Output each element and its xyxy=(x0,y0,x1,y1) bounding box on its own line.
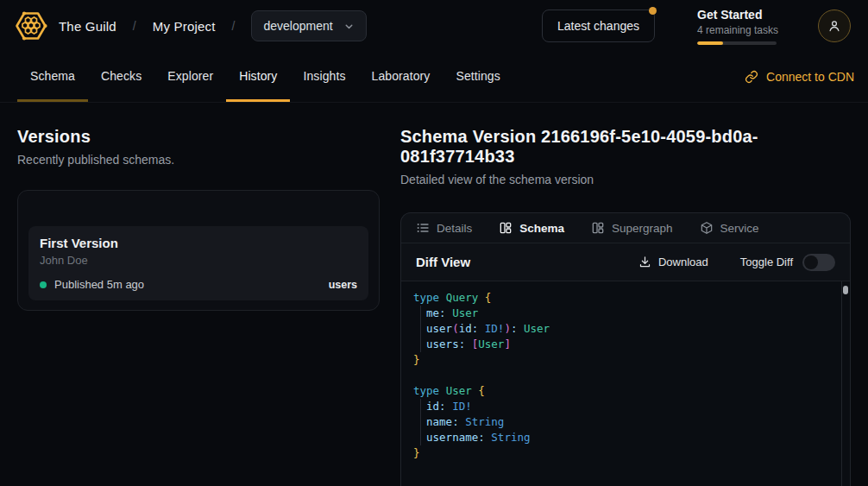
nav-tab-explorer[interactable]: Explorer xyxy=(154,52,226,102)
versions-subtitle: Recently published schemas. xyxy=(17,153,380,167)
environment-select-value: development xyxy=(263,19,332,33)
progress-fill xyxy=(697,41,723,45)
download-label: Download xyxy=(658,256,708,268)
environment-select[interactable]: development xyxy=(251,10,366,41)
version-name: First Version xyxy=(40,236,357,250)
breadcrumb: The Guild / My Project / development xyxy=(59,10,367,41)
toggle-diff-switch[interactable] xyxy=(802,254,835,271)
code-line: type Query { xyxy=(413,290,831,306)
version-detail-panel: Schema Version 2166196f-5e10-4059-bd0a-0… xyxy=(400,103,851,486)
code-block: type Query {me: Useruser(id: ID!): Useru… xyxy=(413,290,831,461)
version-status-row: Published 5m ago users xyxy=(40,278,357,291)
diff-view-title: Diff View xyxy=(416,255,470,269)
version-status-text: Published 5m ago xyxy=(54,278,144,291)
nav-tab-insights[interactable]: Insights xyxy=(290,52,358,102)
get-started-subtitle: 4 remaining tasks xyxy=(697,24,777,36)
nav-tab-schema[interactable]: Schema xyxy=(17,52,88,102)
get-started-title: Get Started xyxy=(697,8,777,22)
code-line: username: String xyxy=(413,430,831,445)
columns-icon xyxy=(499,221,513,235)
versions-panel: Versions Recently published schemas. Fir… xyxy=(17,103,380,311)
detail-subtitle: Detailed view of the schema version xyxy=(400,173,851,186)
version-service-name: users xyxy=(329,279,357,291)
switch-knob xyxy=(804,256,818,269)
cube-icon xyxy=(700,221,714,235)
breadcrumb-org[interactable]: The Guild xyxy=(59,19,116,34)
columns-icon xyxy=(591,221,605,235)
code-line xyxy=(413,368,831,383)
code-scrollbar[interactable] xyxy=(841,281,850,486)
tab-supergraph[interactable]: Supergraph xyxy=(591,221,673,235)
get-started-widget[interactable]: Get Started 4 remaining tasks xyxy=(697,8,777,45)
toggle-diff-label: Toggle Diff xyxy=(740,256,793,268)
notification-dot xyxy=(649,7,657,15)
breadcrumb-project[interactable]: My Project xyxy=(153,19,216,34)
tab-supergraph-label: Supergraph xyxy=(612,222,673,235)
nav-tab-settings[interactable]: Settings xyxy=(443,52,513,102)
code-line: users: [User] xyxy=(413,337,831,352)
latest-changes-label: Latest changes xyxy=(557,19,639,33)
list-icon xyxy=(416,221,430,235)
topbar-right: Latest changes Get Started 4 remaining t… xyxy=(542,8,851,45)
user-avatar[interactable] xyxy=(818,9,851,42)
code-line: } xyxy=(413,352,831,368)
latest-changes-button[interactable]: Latest changes xyxy=(542,9,655,42)
detail-tabs: Details Schema Sup xyxy=(401,213,850,243)
published-status-dot xyxy=(40,281,47,288)
topbar: The Guild / My Project / development Lat… xyxy=(0,0,868,52)
detail-title: Schema Version 2166196f-5e10-4059-bd0a-0… xyxy=(400,127,851,167)
versions-title: Versions xyxy=(17,127,380,147)
main-content: Versions Recently published schemas. Fir… xyxy=(0,103,868,486)
download-icon xyxy=(638,256,651,268)
tab-details[interactable]: Details xyxy=(416,221,472,235)
connect-to-cdn-label: Connect to CDN xyxy=(766,70,854,84)
code-line: id: ID! xyxy=(413,399,831,414)
tab-service[interactable]: Service xyxy=(700,221,759,235)
version-author: John Doe xyxy=(40,254,357,267)
version-list-item[interactable]: First Version John Doe Published 5m ago … xyxy=(28,226,368,300)
connect-to-cdn-link[interactable]: Connect to CDN xyxy=(745,52,854,102)
main-nav: Schema Checks Explorer History Insights … xyxy=(0,52,868,103)
download-button[interactable]: Download xyxy=(638,256,708,268)
scrollbar-thumb[interactable] xyxy=(843,286,848,294)
nav-tab-checks[interactable]: Checks xyxy=(88,52,154,102)
code-line: } xyxy=(413,445,831,461)
code-line: type User { xyxy=(413,383,831,399)
person-icon xyxy=(827,18,842,34)
get-started-progressbar xyxy=(697,41,777,45)
version-detail-card: Details Schema Sup xyxy=(400,212,851,486)
tab-service-label: Service xyxy=(720,222,759,235)
diff-controls: Download Toggle Diff xyxy=(638,254,835,271)
nav-tab-laboratory[interactable]: Laboratory xyxy=(359,52,443,102)
schema-code-viewer[interactable]: type Query {me: Useruser(id: ID!): Useru… xyxy=(401,281,850,486)
nav-tab-history[interactable]: History xyxy=(226,52,290,102)
tab-details-label: Details xyxy=(437,222,472,235)
breadcrumb-separator: / xyxy=(232,19,236,33)
code-line: me: User xyxy=(413,306,831,321)
hive-logo-icon[interactable] xyxy=(14,9,48,43)
tab-schema[interactable]: Schema xyxy=(499,221,564,235)
link-icon xyxy=(745,70,758,84)
tab-schema-label: Schema xyxy=(519,222,564,235)
versions-list-card: First Version John Doe Published 5m ago … xyxy=(17,190,380,311)
diff-header: Diff View Download Toggle Diff xyxy=(401,243,850,281)
code-line: name: String xyxy=(413,414,831,430)
chevron-down-icon xyxy=(343,21,355,32)
code-line: user(id: ID!): User xyxy=(413,321,831,337)
breadcrumb-separator: / xyxy=(133,19,136,33)
